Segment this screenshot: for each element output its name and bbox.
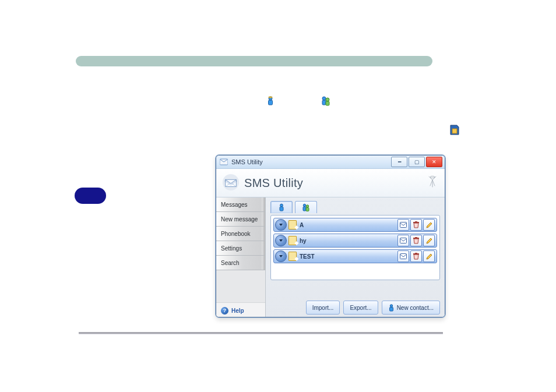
contact-row[interactable]: hy [273, 234, 437, 248]
sidebar-item-label: Messages [221, 202, 248, 208]
expand-button[interactable] [275, 250, 287, 262]
sidebar-item-new-message[interactable]: New message [216, 212, 265, 227]
contact-name: TEST [298, 253, 397, 260]
decorative-bar [76, 56, 432, 66]
row-actions [397, 219, 437, 231]
svg-point-13 [303, 204, 305, 206]
edit-button[interactable] [423, 235, 435, 246]
trash-icon [413, 237, 419, 244]
button-label: Import... [312, 305, 334, 311]
app-title: SMS Utility [244, 176, 303, 190]
pencil-icon [426, 238, 432, 244]
sim-icon [288, 236, 297, 245]
help-icon: ? [221, 307, 228, 315]
contact-name: A [298, 222, 397, 228]
svg-rect-1 [269, 100, 273, 105]
button-label: New contact... [397, 305, 434, 311]
maximize-button[interactable]: ▢ [409, 157, 425, 167]
help-link[interactable]: ? Help [216, 302, 265, 317]
sidebar-item-search[interactable]: Search [216, 256, 265, 270]
svg-point-11 [280, 204, 283, 207]
edit-button[interactable] [423, 250, 435, 262]
svg-point-5 [326, 98, 329, 101]
sidebar: Messages New message Phonebook Settings … [216, 197, 266, 317]
button-label: Export... [350, 305, 371, 311]
sim-icon [288, 252, 297, 261]
svg-rect-17 [400, 223, 407, 228]
footer-rule [79, 332, 443, 334]
group-person-icon [321, 96, 331, 106]
tab-single[interactable] [270, 201, 293, 213]
mail-icon [400, 253, 407, 259]
send-sms-button[interactable] [397, 235, 409, 246]
app-icon [220, 158, 228, 166]
sim-card-icon [450, 125, 459, 135]
group-person-icon [302, 203, 310, 211]
svg-rect-19 [415, 221, 417, 223]
delete-button[interactable] [410, 250, 422, 262]
svg-rect-12 [280, 207, 283, 211]
trash-icon [413, 253, 419, 260]
contact-list: A [270, 215, 440, 280]
mail-icon [400, 238, 407, 243]
contact-name: hy [298, 238, 397, 244]
svg-rect-2 [269, 97, 272, 98]
window-buttons: ━ ▢ ✕ [390, 157, 442, 167]
sidebar-item-label: Search [221, 260, 240, 266]
decorative-badge [75, 188, 106, 204]
bottom-button-row: Import... Export... New contact... [270, 292, 440, 315]
pencil-icon [426, 253, 432, 260]
svg-point-3 [322, 97, 326, 100]
svg-rect-7 [452, 129, 457, 133]
minimize-button[interactable]: ━ [391, 157, 407, 167]
svg-point-26 [390, 304, 392, 306]
send-sms-button[interactable] [397, 250, 409, 262]
expand-button[interactable] [275, 235, 287, 246]
close-button[interactable]: ✕ [426, 157, 442, 167]
svg-rect-20 [400, 238, 407, 243]
svg-rect-16 [306, 208, 309, 211]
edit-button[interactable] [423, 219, 435, 231]
app-header: SMS Utility [216, 169, 445, 197]
contact-row[interactable]: A [273, 218, 437, 232]
delete-button[interactable] [410, 235, 422, 246]
sidebar-item-label: New message [221, 216, 258, 223]
delete-button[interactable] [410, 219, 422, 231]
contact-tabs [270, 201, 440, 213]
sidebar-filler [216, 270, 265, 302]
export-button[interactable]: Export... [343, 301, 378, 315]
expand-button[interactable] [275, 219, 287, 231]
help-label: Help [231, 308, 244, 314]
sidebar-item-messages[interactable]: Messages [216, 197, 265, 212]
svg-point-10 [430, 176, 435, 178]
pencil-icon [426, 222, 432, 228]
row-actions [397, 235, 437, 246]
titlebar: SMS Utility ━ ▢ ✕ [216, 156, 445, 169]
sidebar-item-settings[interactable]: Settings [216, 241, 265, 256]
new-contact-icon [388, 304, 395, 312]
mail-icon [400, 222, 407, 228]
single-person-icon [278, 203, 285, 211]
row-actions [397, 250, 437, 262]
sidebar-item-phonebook[interactable]: Phonebook [216, 227, 265, 241]
svg-rect-6 [326, 101, 329, 105]
sidebar-item-label: Phonebook [221, 231, 251, 237]
svg-rect-4 [322, 100, 326, 105]
app-body: Messages New message Phonebook Settings … [216, 197, 445, 317]
window-title: SMS Utility [231, 158, 263, 165]
svg-rect-25 [415, 253, 417, 254]
tab-group[interactable] [295, 201, 317, 213]
signal-icon [426, 175, 439, 188]
svg-rect-14 [303, 207, 306, 211]
new-contact-button[interactable]: New contact... [382, 301, 440, 315]
sim-icon [288, 220, 297, 229]
trash-icon [413, 221, 419, 228]
svg-rect-22 [415, 237, 417, 238]
svg-point-15 [306, 205, 308, 207]
sidebar-item-label: Settings [221, 245, 242, 252]
send-sms-button[interactable] [397, 219, 409, 231]
contact-row[interactable]: TEST [273, 249, 437, 263]
import-button[interactable]: Import... [306, 301, 340, 315]
svg-rect-23 [400, 254, 407, 259]
sms-utility-window: SMS Utility ━ ▢ ✕ SMS Utility [216, 155, 445, 317]
